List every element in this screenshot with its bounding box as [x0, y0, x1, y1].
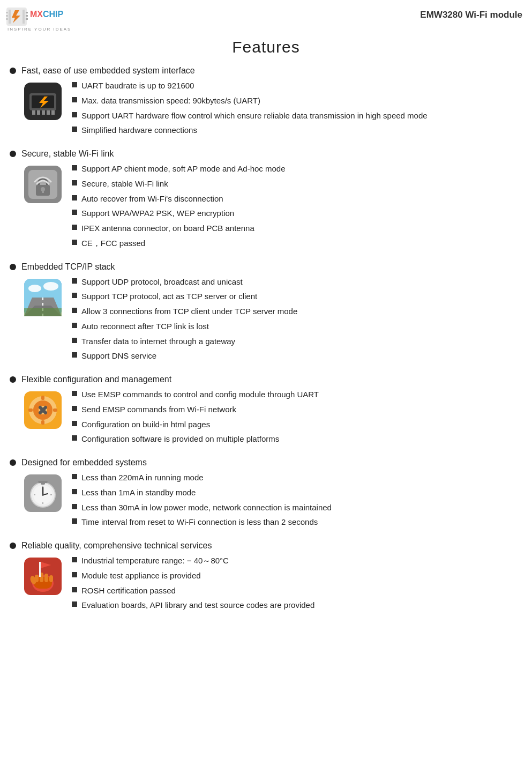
list-item: Support WPA/WPA2 PSK, WEP encryption	[72, 207, 522, 219]
svg-rect-65	[39, 562, 41, 577]
square-bullet	[72, 435, 77, 441]
page-header: MX CHIP INSPIRE YOUR IDEAS EMW3280 Wi-Fi…	[0, 0, 532, 34]
item-text: Less than 30mA in low power mode, networ…	[81, 502, 522, 514]
list-item: Send EMSP commands from Wi-Fi network	[72, 404, 522, 415]
list-item: Auto recover from Wi-Fi's disconnection	[72, 193, 522, 205]
logo-area: MX CHIP INSPIRE YOUR IDEAS	[6, 5, 71, 32]
square-bullet	[72, 165, 77, 170]
section-header-uart: Fast, ease of use embedded system interf…	[10, 66, 522, 76]
item-text: IPEX antenna connector, on board PCB ant…	[81, 222, 522, 234]
svg-rect-40	[41, 396, 44, 400]
svg-text:MX: MX	[30, 10, 43, 19]
list-item: Secure, stable Wi-Fi link	[72, 178, 522, 190]
list-item: Less than 30mA in low power mode, networ…	[72, 502, 522, 514]
svg-rect-16	[32, 110, 35, 115]
items-list-uart: UART baudrate is up to 921600Max. data t…	[72, 80, 522, 139]
product-title: EMW3280 Wi-Fi module	[420, 5, 522, 20]
list-item: Industrial temperature range: − 40～80°C	[72, 555, 522, 567]
section-body-power: Less than 220mA in running modeLess than…	[21, 472, 522, 531]
svg-rect-25	[42, 190, 44, 193]
item-text: Less than 1mA in standby mode	[81, 487, 522, 499]
item-text: Simplified hardware connections	[81, 124, 522, 136]
section-title-power: Designed for embedded systems	[21, 458, 147, 467]
list-item: Time interval from reset to Wi-Fi connec…	[72, 516, 522, 528]
svg-rect-4	[6, 12, 8, 13]
logo-icon: MX CHIP	[6, 5, 71, 28]
section-body-uart: UART baudrate is up to 921600Max. data t…	[21, 80, 522, 139]
list-item: Less than 220mA in running mode	[72, 472, 522, 484]
item-text: Configuration software is provided on mu…	[81, 433, 522, 445]
section-header-power: Designed for embedded systems	[10, 458, 522, 467]
svg-rect-42	[28, 408, 33, 412]
item-text: UART baudrate is up to 921600	[81, 80, 522, 92]
list-item: Module test appliance is provided	[72, 570, 522, 582]
section-body-quality: Industrial temperature range: − 40～80°CM…	[21, 555, 522, 614]
section-icon-power	[21, 472, 64, 515]
item-text: Less than 220mA in running mode	[81, 472, 522, 484]
logo-box: MX CHIP	[6, 5, 71, 28]
svg-rect-6	[6, 18, 8, 20]
svg-point-56	[42, 494, 44, 496]
list-item: Max. data transmission speed: 90kbytes/s…	[72, 95, 522, 107]
section-icon-quality	[21, 555, 64, 598]
list-item: Evaluation boards, API library and test …	[72, 599, 522, 611]
items-list-config: Use EMSP commands to control and config …	[72, 389, 522, 448]
section-title-quality: Reliable quality, comprehensive technica…	[21, 541, 212, 551]
square-bullet	[72, 338, 77, 343]
item-text: Configuration on build-in html pages	[81, 419, 522, 430]
list-item: Support TCP protocol, act as TCP server …	[72, 291, 522, 302]
list-item: Support AP chient mode, soft AP mode and…	[72, 163, 522, 175]
items-list-quality: Industrial temperature range: − 40～80°CM…	[72, 555, 522, 614]
svg-rect-20	[51, 110, 55, 115]
section-title-uart: Fast, ease of use embedded system interf…	[21, 66, 195, 76]
section-title-tcp: Embedded TCP/IP stack	[21, 262, 115, 272]
list-item: CE，FCC passed	[72, 237, 522, 249]
svg-point-32	[43, 282, 58, 291]
list-item: Transfer data to internet through a gate…	[72, 336, 522, 347]
item-text: Auto recover from Wi-Fi's disconnection	[81, 193, 522, 205]
square-bullet	[72, 240, 77, 245]
section-header-wifi: Secure, stable Wi-Fi link	[10, 149, 522, 159]
square-bullet	[72, 278, 77, 284]
item-text: Transfer data to internet through a gate…	[81, 336, 522, 347]
item-text: Send EMSP commands from Wi-Fi network	[81, 404, 522, 415]
svg-rect-62	[44, 574, 48, 582]
items-list-power: Less than 220mA in running modeLess than…	[72, 472, 522, 531]
section-icon-uart	[21, 80, 64, 123]
section-body-config: Use EMSP commands to control and config …	[21, 389, 522, 448]
item-text: Secure, stable Wi-Fi link	[81, 178, 522, 190]
item-text: Industrial temperature range: − 40～80°C	[81, 555, 522, 567]
square-bullet	[72, 421, 77, 426]
item-text: Use EMSP commands to control and config …	[81, 389, 522, 400]
svg-rect-5	[6, 15, 8, 17]
section-body-tcp: Support UDP protocol, broadcast and unic…	[21, 276, 522, 366]
section-icon-config	[21, 389, 64, 432]
svg-rect-8	[26, 15, 28, 17]
svg-rect-1	[9, 10, 11, 24]
square-bullet	[72, 210, 77, 215]
item-text: Auto reconnect after TCP link is lost	[81, 321, 522, 332]
list-item: ROSH certification passed	[72, 585, 522, 597]
section-uart: Fast, ease of use embedded system interf…	[0, 66, 532, 139]
item-text: CE，FCC passed	[81, 237, 522, 249]
square-bullet	[72, 293, 77, 298]
square-bullet	[72, 557, 77, 562]
item-text: Support WPA/WPA2 PSK, WEP encryption	[81, 207, 522, 219]
section-wifi: Secure, stable Wi-Fi link Support AP chi…	[0, 149, 532, 252]
section-title-config: Flexible configuration and management	[21, 375, 171, 384]
svg-rect-7	[26, 12, 28, 13]
square-bullet	[72, 474, 77, 479]
square-bullet	[72, 97, 77, 102]
section-bullet	[10, 151, 16, 157]
item-text: Support UDP protocol, broadcast and unic…	[81, 276, 522, 288]
items-list-tcp: Support UDP protocol, broadcast and unic…	[72, 276, 522, 366]
square-bullet	[72, 180, 77, 185]
section-icon-wifi	[21, 163, 64, 206]
svg-rect-2	[23, 10, 25, 24]
section-power: Designed for embedded systems Less than …	[0, 458, 532, 531]
list-item: Support UART hardware flow control which…	[72, 110, 522, 122]
square-bullet	[72, 82, 77, 87]
svg-rect-18	[42, 110, 45, 115]
section-bullet	[10, 264, 16, 270]
svg-rect-17	[37, 110, 40, 115]
